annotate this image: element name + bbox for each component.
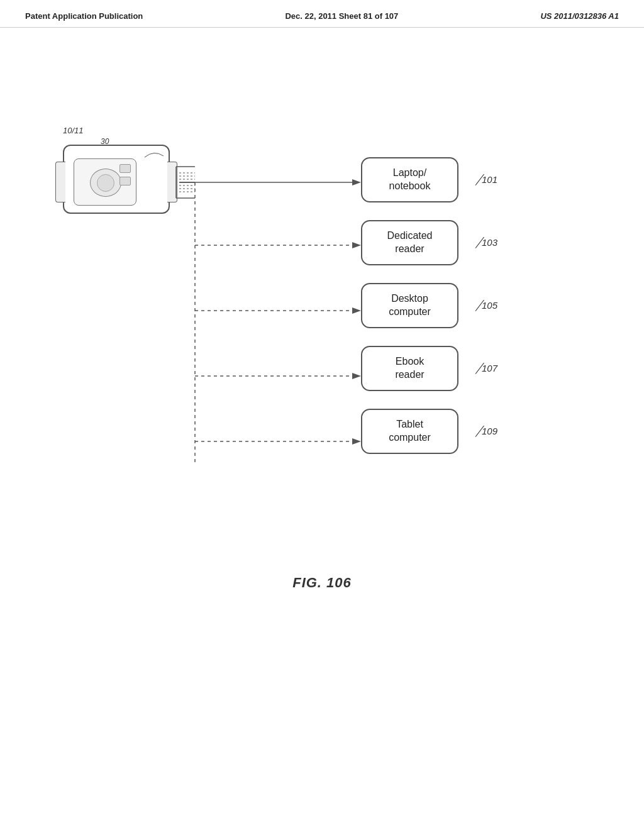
device-inner	[74, 158, 136, 206]
device-lens-inner	[97, 174, 114, 192]
page-header: Patent Application Publication Dec. 22, …	[0, 0, 644, 28]
target-label-101: Laptop/notebook	[389, 167, 431, 193]
header-left: Patent Application Publication	[25, 11, 143, 21]
target-box-wrapper-109: Tabletcomputer ╱109	[361, 409, 458, 454]
target-box-107: Ebookreader	[361, 346, 458, 391]
device-container: 10/11 30	[63, 138, 176, 220]
target-ref-101: ╱101	[476, 174, 497, 185]
device-side-left	[55, 162, 65, 202]
svg-marker-4	[352, 242, 361, 248]
target-box-wrapper-107: Ebookreader ╱107	[361, 346, 458, 391]
target-boxes-container: Laptop/notebook ╱101 Dedicatedreader ╱10…	[361, 157, 458, 454]
target-box-wrapper-105: Desktopcomputer ╱105	[361, 283, 458, 328]
header-right: US 2011/0312836 A1	[540, 11, 619, 21]
device-chip2	[119, 177, 131, 185]
target-ref-109: ╱109	[476, 426, 497, 437]
target-box-103: Dedicatedreader	[361, 220, 458, 265]
target-box-wrapper-103: Dedicatedreader ╱103	[361, 220, 458, 265]
target-box-109: Tabletcomputer	[361, 409, 458, 454]
target-ref-107: ╱107	[476, 363, 497, 374]
target-label-105: Desktopcomputer	[389, 292, 431, 319]
target-box-wrapper-101: Laptop/notebook ╱101	[361, 157, 458, 202]
svg-marker-6	[352, 307, 361, 314]
svg-marker-1	[352, 179, 361, 185]
target-label-103: Dedicatedreader	[387, 230, 432, 256]
device-outer	[63, 145, 170, 214]
device-chip	[119, 164, 131, 173]
target-label-109: Tabletcomputer	[389, 418, 431, 445]
target-ref-105: ╱105	[476, 300, 497, 311]
header-center: Dec. 22, 2011 Sheet 81 of 107	[285, 11, 398, 21]
target-box-101: Laptop/notebook	[361, 157, 458, 202]
target-box-105: Desktopcomputer	[361, 283, 458, 328]
diagram-area: 10/11 30	[0, 75, 644, 673]
svg-marker-8	[352, 373, 361, 379]
device-label-top: 10/11	[63, 126, 84, 135]
svg-marker-10	[352, 438, 361, 445]
target-label-107: Ebookreader	[395, 355, 424, 382]
device-lens	[90, 169, 121, 197]
device-side-right	[167, 162, 177, 202]
figure-label: FIG. 106	[292, 575, 352, 591]
target-ref-103: ╱103	[476, 237, 497, 248]
